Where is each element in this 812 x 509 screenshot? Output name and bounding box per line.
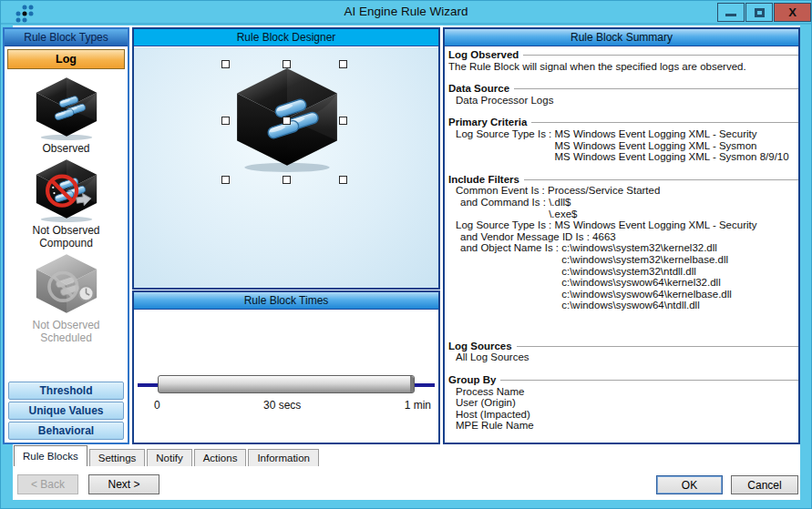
summary-value-line: c:\windows\syswow64\kernel32.dll [561, 277, 732, 289]
summary-section-title: Include Filters [448, 174, 798, 186]
summary-value-line: Process/Service Started [548, 185, 660, 197]
summary-section: Log ObservedThe Rule Block will signal w… [448, 49, 798, 72]
tab-information[interactable]: Information [248, 449, 319, 466]
summary-value-line: Host (Impacted) [456, 409, 534, 421]
summary-value-line: MPE Rule Name [456, 420, 534, 432]
selection-handle-top-right[interactable] [339, 60, 347, 68]
category-button-stack: Threshold Unique Values Behavioral [5, 378, 128, 443]
time-range-slider[interactable] [158, 375, 415, 393]
log-category-button[interactable]: Log [7, 49, 125, 69]
summary-section-title-text: Include Filters [448, 174, 519, 186]
summary-entry: Data Processor Logs [448, 95, 798, 107]
summary-value-line: \.exe$ [549, 209, 577, 220]
summary-content: Log ObservedThe Rule Block will signal w… [445, 47, 798, 443]
rule-block-times-header: Rule Block Times [134, 292, 438, 310]
summary-value-line: c:\windows\system32\kernelbase.dll [561, 254, 732, 266]
minimize-button[interactable] [717, 3, 745, 22]
summary-value-line: MS Windows Event Logging XML - Sysmon [554, 140, 788, 152]
summary-value-line: c:\windows\system32\kernel32.dll [561, 242, 732, 254]
summary-entry: The Rule Block will signal when the spec… [448, 61, 798, 73]
next-button[interactable]: Next > [88, 474, 159, 494]
selection-handle-top-center[interactable] [283, 60, 291, 68]
summary-entry-label: Common Event Is : [456, 185, 548, 197]
rule-type-not-observed-scheduled[interactable]: Not Observed Scheduled [23, 253, 110, 344]
maximize-button[interactable] [745, 3, 773, 22]
behavioral-category-button[interactable]: Behavioral [8, 422, 124, 440]
summary-value-line: The Rule Block will signal when the spec… [448, 61, 746, 73]
cancel-button[interactable]: Cancel [731, 475, 798, 494]
summary-section-title-text: Group By [448, 374, 496, 386]
selection-handle-bottom-left[interactable] [221, 176, 230, 184]
summary-entry-label: and Object Name Is : [460, 242, 561, 311]
ok-button[interactable]: OK [656, 475, 723, 494]
close-button[interactable]: X [774, 3, 811, 22]
summary-entry: All Log Sources [448, 351, 798, 363]
back-button[interactable]: < Back [17, 474, 78, 494]
not-observed-scheduled-cube-icon [32, 253, 101, 317]
section-divider-line [514, 88, 798, 90]
summary-entry-values: The Rule Block will signal when the spec… [448, 61, 746, 73]
summary-section-title-text: Data Source [448, 83, 509, 95]
close-icon: X [788, 5, 797, 19]
summary-entry-values: Data Processor Logs [456, 95, 553, 107]
summary-entry: Common Event Is : Process/Service Starte… [448, 185, 798, 197]
tab-settings[interactable]: Settings [89, 449, 146, 466]
rule-type-not-observed-compound[interactable]: Not Observed Compound [23, 158, 110, 249]
time-tick-labels: 0 30 secs 1 min [154, 399, 431, 412]
summary-entry: and Command Is : \.dll$\.exe$ [448, 197, 798, 219]
summary-section-title: Primary Criteria [448, 117, 798, 128]
summary-section-title-text: Log Observed [448, 49, 519, 61]
summary-entry-values: Process NameUser (Origin)Host (Impacted)… [456, 386, 534, 432]
summary-value-line: User (Origin) [456, 397, 534, 409]
summary-section: Group ByProcess NameUser (Origin)Host (I… [448, 374, 798, 432]
rule-block-designer-panel: Rule Block Designer [132, 27, 440, 290]
summary-entry: and Object Name Is : c:\windows\system32… [448, 242, 798, 311]
summary-entry: Process NameUser (Origin)Host (Impacted)… [448, 386, 798, 432]
threshold-category-button[interactable]: Threshold [8, 382, 124, 400]
selection-handle-middle-right[interactable] [339, 117, 347, 125]
summary-value-line: Process Name [456, 386, 534, 398]
tab-actions[interactable]: Actions [194, 449, 247, 466]
rule-block-times-panel: Rule Block Times 0 30 secs 1 min [132, 290, 440, 444]
rule-type-label: Observed [23, 142, 110, 155]
tab-rule-blocks[interactable]: Rule Blocks [14, 445, 87, 466]
summary-section: Data SourceData Processor Logs [448, 83, 798, 106]
section-divider-line [500, 380, 798, 382]
summary-entry: Log Source Type Is : MS Windows Event Lo… [448, 219, 798, 231]
rule-type-observed[interactable]: Observed [23, 76, 110, 155]
wizard-tab-bar: Rule Blocks Settings Notify Actions Info… [14, 445, 321, 466]
rule-block-summary-panel: Rule Block Summary Log ObservedThe Rule … [443, 27, 800, 444]
summary-section-title-text: Log Sources [448, 341, 512, 352]
summary-value-line: c:\windows\syswow64\ntdll.dll [561, 300, 732, 311]
unique-values-category-button[interactable]: Unique Values [8, 402, 124, 420]
summary-entry-values: MS Windows Event Logging XML - Security [554, 219, 756, 231]
rule-block-types-body: Log Observed Not Observed Compound Not O… [5, 46, 128, 443]
summary-entry-label: and Command Is : [460, 197, 549, 219]
summary-entry-values: \.dll$\.exe$ [549, 197, 577, 219]
tick-1min: 1 min [405, 399, 431, 412]
summary-section: Primary CriteriaLog Source Type Is : MS … [448, 117, 798, 162]
minimize-icon [725, 14, 736, 16]
window-title: AI Engine Rule Wizard [1, 5, 811, 18]
selection-handle-bottom-right[interactable] [339, 176, 347, 184]
designer-canvas[interactable] [134, 47, 438, 288]
rule-block-types-panel: Rule Block Types Log Observed Not Observ… [3, 27, 129, 444]
selection-handle-bottom-center[interactable] [283, 176, 291, 184]
tick-30secs: 30 secs [263, 399, 301, 412]
section-divider-line [517, 346, 798, 348]
rule-block-designer-header: Rule Block Designer [134, 29, 438, 46]
summary-entry-values: Process/Service Started [548, 185, 660, 197]
tab-notify[interactable]: Notify [147, 449, 191, 466]
observed-cube-icon [32, 76, 101, 140]
selection-handle-middle-center[interactable] [283, 117, 291, 125]
summary-value-line: MS Windows Event Logging XML - Sysmon 8/… [554, 151, 788, 163]
selection-handle-middle-left[interactable] [221, 117, 230, 125]
title-bar: AI Engine Rule Wizard X [1, 1, 811, 25]
section-divider-line [531, 122, 798, 124]
summary-section: Log SourcesAll Log Sources [448, 341, 798, 363]
summary-value-line: MS Windows Event Logging XML - Security [554, 128, 788, 140]
rule-block-summary-header: Rule Block Summary [445, 29, 798, 46]
rule-block-times-body: 0 30 secs 1 min [134, 310, 438, 443]
selection-handle-top-left[interactable] [221, 60, 230, 68]
summary-entry-label: Log Source Type Is : [456, 128, 554, 163]
